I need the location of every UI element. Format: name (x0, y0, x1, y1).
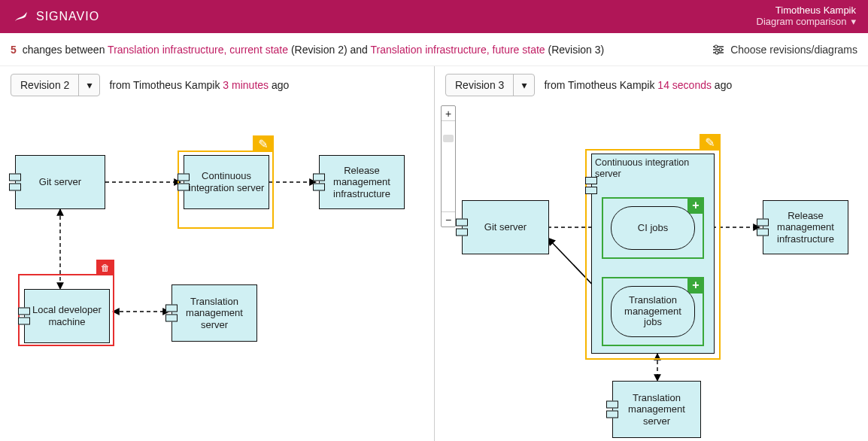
node-ports (456, 219, 468, 236)
node-label: Release management infrastructure (766, 210, 845, 245)
right-revision-meta: from Timotheus Kampik 14 seconds ago (544, 79, 732, 91)
right-canvas[interactable]: Git server ✎ Continuous integration serv… (435, 101, 868, 441)
node-label: Translation management server (616, 392, 697, 427)
diagram-a-link[interactable]: Translation infrastructure, current stat… (108, 44, 288, 56)
comparison-area: Revision 2 ▾ from Timotheus Kampik 3 min… (0, 66, 868, 441)
brand-logo-icon (12, 8, 30, 26)
sliders-icon (712, 44, 724, 55)
right-revision-selector[interactable]: Revision 3 ▾ (445, 74, 535, 96)
node-git-server[interactable]: Git server (15, 155, 105, 209)
node-git-server[interactable]: Git server (462, 200, 549, 254)
pencil-icon: ✎ (258, 137, 268, 151)
revision-a-paren: (Revision 2) (291, 44, 348, 56)
node-label: CI jobs (638, 223, 668, 234)
chevron-down-icon: ▾ (86, 79, 92, 91)
left-pane: Revision 2 ▾ from Timotheus Kampik 3 min… (0, 66, 434, 441)
zoom-control[interactable]: + − (441, 105, 456, 227)
brand-name: SIGNAVIO (36, 10, 99, 23)
from-word: from (109, 79, 130, 91)
and-word: and (351, 44, 368, 56)
revision-b-paren: (Revision 3) (548, 44, 605, 56)
node-label: Continuous integration server (187, 170, 266, 193)
pencil-icon: ✎ (705, 135, 715, 150)
changes-word: changes between (23, 44, 105, 56)
node-ports (18, 308, 30, 325)
right-revision-label: Revision 3 (446, 75, 514, 96)
plus-icon: + (692, 278, 699, 292)
zoom-thumb[interactable] (443, 135, 454, 142)
minus-icon: − (445, 214, 451, 226)
node-label: Translation management server (175, 296, 253, 331)
ago-suffix: ago (272, 79, 289, 91)
removed-badge: 🗑 (96, 260, 114, 275)
change-count: 5 (11, 44, 17, 56)
chevron-down-icon: ▾ (851, 17, 856, 28)
node-ports (313, 174, 325, 191)
comparison-subheader: 5 changes between Translation infrastruc… (0, 33, 868, 66)
node-translation-jobs[interactable]: Translation management jobs (611, 286, 695, 337)
brand: SIGNAVIO (12, 8, 99, 26)
node-ports (9, 174, 21, 191)
diagram-b-link[interactable]: Translation infrastructure, future state (371, 44, 545, 56)
node-ports (178, 174, 190, 191)
zoom-out-button[interactable]: − (442, 211, 455, 227)
node-ci-server[interactable]: Continuous integration server (184, 155, 269, 209)
ago-suffix: ago (715, 79, 732, 91)
zoom-in-button[interactable]: + (442, 106, 455, 121)
user-name: Timotheus Kampik (757, 5, 856, 17)
node-release[interactable]: Release management infrastructure (319, 155, 405, 209)
from-word: from (544, 79, 565, 91)
trash-icon: 🗑 (101, 263, 110, 273)
node-ports (757, 219, 769, 236)
plus-icon: + (445, 108, 451, 120)
right-ago: 14 seconds (657, 79, 712, 91)
node-label: Local developer machine (28, 304, 106, 327)
svg-point-4 (719, 48, 722, 51)
left-revision-selector[interactable]: Revision 2 ▾ (11, 74, 100, 96)
left-revision-label: Revision 2 (11, 75, 79, 96)
right-revision-dropdown[interactable]: ▾ (514, 75, 534, 96)
app-header: SIGNAVIO Timotheus Kampik Diagram compar… (0, 0, 868, 33)
chevron-down-icon: ▾ (521, 79, 527, 91)
node-ci-jobs[interactable]: CI jobs (611, 206, 695, 250)
node-label: Translation management jobs (615, 295, 691, 329)
left-canvas[interactable]: Git server ✎ Continuous integration serv… (0, 101, 434, 441)
right-author: Timotheus Kampik (568, 79, 654, 91)
added-badge: + (687, 277, 704, 293)
left-ago: 3 minutes (223, 79, 269, 91)
right-pane: Revision 3 ▾ from Timotheus Kampik 14 se… (434, 66, 868, 441)
svg-point-5 (715, 51, 718, 54)
page-label: Diagram comparison (757, 17, 847, 28)
left-pane-header: Revision 2 ▾ from Timotheus Kampik 3 min… (0, 66, 434, 104)
plus-icon: + (692, 199, 699, 212)
left-author: Timotheus Kampik (133, 79, 220, 91)
changes-sentence: 5 changes between Translation infrastruc… (11, 44, 604, 56)
svg-point-3 (715, 45, 718, 48)
right-pane-header: Revision 3 ▾ from Timotheus Kampik 14 se… (435, 66, 868, 104)
node-label: Git server (484, 221, 527, 233)
changed-badge: ✎ (253, 135, 274, 152)
added-badge: + (687, 197, 704, 214)
choose-revisions-label: Choose revisions/diagrams (730, 44, 857, 56)
zoom-slider[interactable] (442, 121, 455, 211)
node-release[interactable]: Release management infrastructure (763, 200, 848, 254)
left-revision-meta: from Timotheus Kampik 3 minutes ago (109, 79, 289, 91)
node-ports (606, 401, 618, 418)
node-translation-server[interactable]: Translation management server (171, 284, 257, 342)
node-label: Continuous integration server (595, 157, 711, 180)
user-block[interactable]: Timotheus Kampik Diagram comparison ▾ (757, 5, 856, 28)
node-label: Release management infrastructure (323, 165, 401, 200)
changed-badge: ✎ (700, 134, 721, 151)
left-revision-dropdown[interactable]: ▾ (79, 75, 99, 96)
choose-revisions-button[interactable]: Choose revisions/diagrams (712, 44, 857, 56)
node-ports (585, 177, 597, 194)
node-label: Git server (39, 176, 81, 188)
node-ports (165, 305, 178, 322)
page-label-row[interactable]: Diagram comparison ▾ (757, 17, 856, 28)
node-local-dev[interactable]: Local developer machine (24, 289, 110, 343)
node-translation-server[interactable]: Translation management server (612, 381, 701, 438)
